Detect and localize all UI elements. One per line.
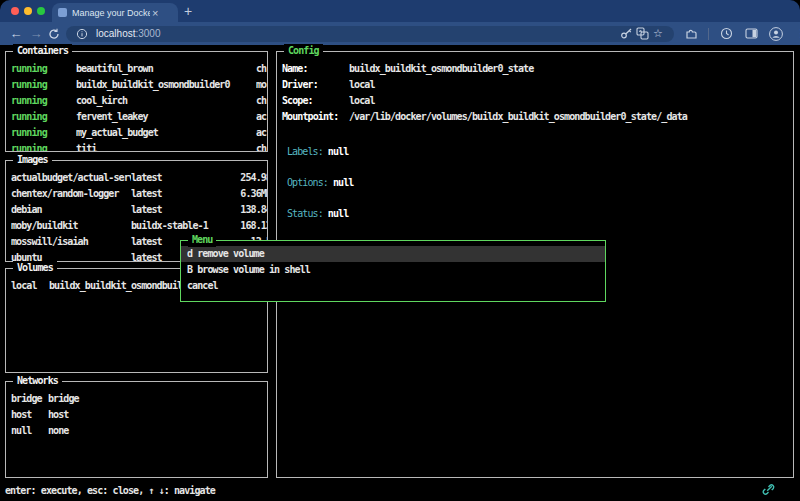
bookmark-star-icon[interactable]: ☆ (650, 26, 666, 42)
keybinding-help-bar: enter: execute, esc: close, ↑ ↓: navigat… (5, 483, 215, 499)
image-row[interactable]: moby/buildkitbuildx-stable-1168.13 (11, 218, 267, 234)
container-name: my_actual_budget (76, 125, 256, 141)
container-name: fervent_leakey (76, 109, 256, 125)
config-field: Status:null (282, 206, 793, 222)
browser-toolbar: ← → localhost:3000 (0, 22, 800, 45)
config-field: Scope:local (282, 93, 793, 109)
config-key: Driver: (282, 77, 349, 93)
minimize-window-button[interactable] (24, 7, 32, 15)
volumes-panel-title: Volumes (13, 261, 57, 275)
config-value: null (328, 146, 348, 157)
side-panel-icon[interactable] (743, 26, 759, 42)
container-row[interactable]: runningtitich (11, 141, 267, 151)
menu-item-remove-volume[interactable]: d remove volume (181, 246, 605, 262)
image-size: 254.98 (223, 170, 267, 186)
config-field: Name:buildx_buildkit_osmondbuilder0_stat… (282, 61, 793, 77)
config-value: /var/lib/docker/volumes/buildx_buildkit_… (349, 109, 793, 125)
url-text[interactable]: localhost:3000 (96, 28, 161, 39)
tab-title: Manage your Docker fleet wi (72, 8, 150, 18)
container-status: running (11, 109, 76, 125)
config-key: Name: (282, 61, 349, 77)
network-row[interactable]: hosthost (11, 407, 267, 423)
config-key: Labels: (287, 146, 323, 157)
config-field: Labels:null (282, 144, 793, 160)
tab-bar: Manage your Docker fleet wi × + (0, 0, 800, 22)
container-row[interactable]: runningcool_kirchch (11, 93, 267, 109)
image-tag: latest (131, 170, 223, 186)
containers-panel-title: Containers (13, 44, 72, 58)
container-row[interactable]: runningbuildx_buildkit_osmondbuilder0mo (11, 77, 267, 93)
menu-title: Menu (188, 233, 216, 247)
container-image: ch (256, 93, 267, 109)
image-size: 6.36MB (223, 186, 267, 202)
networks-panel-title: Networks (13, 374, 62, 388)
tab-favicon (58, 8, 67, 17)
menu-item-browse-volume-in-shell[interactable]: B browse volume in shell (181, 262, 605, 278)
password-key-icon[interactable] (618, 26, 634, 42)
config-key: Status: (287, 208, 323, 219)
network-driver: none (48, 423, 267, 439)
image-row[interactable]: chentex/random-loggerlatest6.36MB (11, 186, 267, 202)
container-name: buildx_buildkit_osmondbuilder0 (76, 77, 256, 93)
images-panel-title: Images (13, 153, 52, 167)
back-button[interactable]: ← (6, 22, 26, 45)
container-name: beautiful_brown (76, 61, 256, 77)
network-row[interactable]: bridgebridge (11, 391, 267, 407)
network-name: null (11, 423, 48, 439)
config-value: local (349, 77, 793, 93)
toolbar-divider (708, 28, 709, 40)
config-value: buildx_buildkit_osmondbuilder0_state (349, 61, 793, 77)
extensions-icon[interactable] (683, 26, 699, 42)
new-tab-button[interactable]: + (184, 3, 192, 19)
config-value: null (328, 208, 348, 219)
image-name: debian (11, 202, 131, 218)
container-image: mo (256, 77, 267, 93)
config-field: Options:null (282, 175, 793, 191)
config-key: Scope: (282, 93, 349, 109)
menu-item-cancel[interactable]: cancel (181, 278, 605, 294)
reload-button[interactable] (46, 26, 62, 42)
close-window-button[interactable] (11, 7, 19, 15)
browser-tab[interactable]: Manage your Docker fleet wi × (52, 3, 178, 22)
tab-close-icon[interactable]: × (152, 7, 158, 19)
network-row[interactable]: nullnone (11, 423, 267, 439)
image-tag: latest (131, 202, 223, 218)
browser-menu-kebab-icon[interactable]: ⋮ (793, 26, 800, 42)
image-tag: latest (131, 186, 223, 202)
container-image: ch (256, 61, 267, 77)
container-row[interactable]: runningbeautiful_brownch (11, 61, 267, 77)
config-field: Driver:local (282, 77, 793, 93)
container-row[interactable]: runningmy_actual_budgetac (11, 125, 267, 141)
config-panel-title: Config (284, 44, 323, 58)
image-row[interactable]: debianlatest138.84 (11, 202, 267, 218)
container-status: running (11, 93, 76, 109)
container-status: running (11, 125, 76, 141)
config-field: Mountpoint:/var/lib/docker/volumes/build… (282, 109, 793, 125)
image-row[interactable]: actualbudget/actual-serverlatest254.98 (11, 170, 267, 186)
traffic-lights (11, 7, 45, 15)
config-key: Options: (287, 177, 328, 188)
network-name: host (11, 407, 48, 423)
network-driver: host (48, 407, 267, 423)
forward-button[interactable]: → (26, 22, 46, 45)
networks-panel: Networks bridgebridge hosthost nullnone (5, 381, 268, 478)
docker-tui-screen: Containers runningbeautiful_brownch runn… (0, 45, 800, 501)
image-size: 138.84 (223, 202, 267, 218)
network-name: bridge (11, 391, 48, 407)
address-bar[interactable]: localhost:3000 ☆ (66, 26, 674, 42)
url-port: :3000 (135, 28, 160, 39)
container-status: running (11, 141, 76, 151)
maximize-window-button[interactable] (37, 7, 45, 15)
clock-extension-icon[interactable] (718, 26, 734, 42)
profile-avatar[interactable] (768, 26, 784, 42)
connection-link-icon (761, 482, 776, 497)
browser-window: Manage your Docker fleet wi × + ← → loca… (0, 0, 800, 501)
container-name: cool_kirch (76, 93, 256, 109)
container-status: running (11, 61, 76, 77)
volume-action-menu: Menu d remove volume B browse volume in … (180, 240, 606, 302)
config-value: local (349, 93, 793, 109)
translate-icon[interactable] (634, 26, 650, 42)
container-row[interactable]: runningfervent_leakeyac (11, 109, 267, 125)
url-host: localhost (96, 28, 135, 39)
site-info-icon[interactable] (74, 26, 90, 42)
